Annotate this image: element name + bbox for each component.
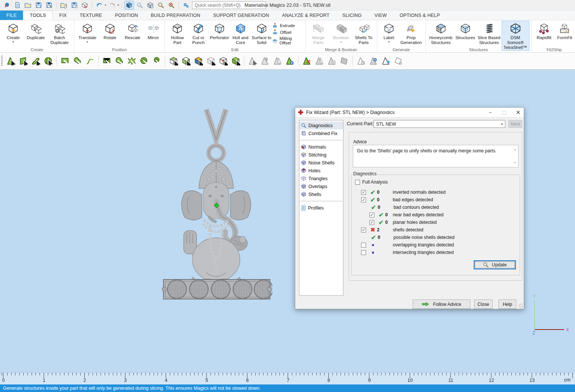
tab-support-generation[interactable]: SUPPORT GENERATION (207, 11, 276, 20)
settings-gears-button[interactable] (181, 1, 191, 9)
update-button[interactable]: Update (474, 260, 516, 269)
sidebar-item-stitching[interactable]: Stitching (299, 151, 343, 159)
select-pin-cube-tool[interactable] (218, 55, 229, 67)
perforator-button[interactable]: Perforator (209, 21, 230, 40)
dialog-maximize-button[interactable]: ▢ (499, 108, 510, 117)
boolean-button[interactable]: Boolean▾ (330, 21, 352, 44)
small-disc-selection-tool[interactable] (151, 55, 162, 67)
extrude-button[interactable]: Extrude (272, 23, 302, 28)
triangle-flag-gray-tool[interactable] (259, 55, 271, 67)
zoom-part-button[interactable] (135, 1, 144, 9)
tab-analyze-report[interactable]: ANALYZE & REPORT (276, 11, 336, 20)
triangle-mirror-gray-tool[interactable] (314, 55, 325, 67)
resize-grip[interactable] (519, 304, 523, 308)
formfit-button[interactable]: FormFit (555, 21, 575, 40)
freeform-selection-tool[interactable] (72, 55, 83, 67)
checkbox[interactable]: ✓ (369, 220, 374, 225)
open-project-button[interactable] (59, 1, 68, 9)
undo-button[interactable] (95, 1, 104, 9)
open-file-button[interactable] (23, 1, 32, 9)
rectangle-selection-tool[interactable] (59, 55, 71, 67)
close-button[interactable]: Close (474, 299, 493, 309)
sidebar-item-overlaps[interactable]: Overlaps (299, 182, 343, 190)
triangle-note-gray-tool[interactable] (326, 55, 337, 67)
checkbox[interactable] (361, 250, 366, 255)
redo-dropdown-caret[interactable]: ▾ (117, 3, 119, 7)
brush-selection-tool[interactable] (114, 55, 125, 67)
select-visible-cube-tool[interactable] (180, 55, 192, 67)
translate-button[interactable]: Translate▾ (76, 21, 98, 44)
sidebar-item-normals[interactable]: Normals (299, 143, 343, 151)
tab-texture[interactable]: TEXTURE (73, 11, 108, 20)
triangle-rotate-tool[interactable] (284, 55, 296, 67)
cut-or-punch-button[interactable]: Cut or Punch (188, 21, 209, 45)
shells-to-parts-button[interactable]: Shells To Parts (353, 21, 375, 45)
scroll-down-icon[interactable]: ▼ (513, 161, 517, 165)
select-solid-green-cube-tool[interactable] (230, 55, 241, 67)
undo-dropdown-caret[interactable]: ▾ (105, 3, 106, 7)
structures-button[interactable]: Structures (455, 21, 476, 40)
rotate-button[interactable]: Rotate (99, 21, 121, 40)
checkbox[interactable] (361, 243, 366, 248)
current-part-dropdown[interactable]: STL NEW ▾ (374, 120, 505, 128)
prop-generation-button[interactable]: Prop Generation (399, 21, 423, 45)
quick-search-input[interactable] (192, 2, 266, 9)
full-analysis-checkbox[interactable]: Full Analysis (355, 179, 388, 185)
follow-advice-button[interactable]: Follow Advice (413, 299, 470, 309)
select-colored-cube-tool[interactable] (193, 55, 204, 67)
sidebar-item-combined-fix[interactable]: Combined Fix (299, 129, 343, 137)
honeycomb-structures-button[interactable]: Honeycomb Structures (428, 21, 454, 45)
dsm-somos-tetrashell-button[interactable]: DSM Somos® TetraShell™ (502, 21, 529, 50)
plane-outline-gray-tool[interactable] (393, 55, 404, 67)
mirror-button[interactable]: Mirror (144, 21, 162, 40)
tab-view[interactable]: VIEW (368, 11, 394, 20)
rescale-button[interactable]: Rescale (122, 21, 143, 40)
dialog-title-bar[interactable]: Fix Wizard (Part: STL NEW) > Diagnostics… (295, 108, 524, 117)
tab-build-preparation[interactable]: BUILD PREPARATION (145, 11, 207, 20)
curve-selection-tool[interactable] (84, 55, 96, 67)
triangle-pair-gray-tool[interactable] (272, 55, 283, 67)
checkbox[interactable] (355, 180, 360, 185)
label-button[interactable]: A Label▾ (380, 21, 398, 44)
redo-button[interactable] (108, 1, 117, 9)
offset-button[interactable]: Offset (272, 29, 302, 35)
checkbox[interactable]: ✓ (361, 228, 366, 232)
surface-to-solid-button[interactable]: Surface to Solid (252, 21, 272, 45)
sidebar-item-shells[interactable]: Shells (299, 190, 343, 198)
fit-view-button[interactable] (146, 1, 155, 9)
zoom-out-button[interactable] (167, 1, 176, 9)
sidebar-item-triangles[interactable]: Triangles (299, 175, 343, 182)
checkbox[interactable]: ✓ (369, 213, 374, 217)
mark-surface-tool[interactable] (30, 55, 41, 67)
disc-selection-tool[interactable] (139, 55, 150, 67)
save-button[interactable] (34, 1, 43, 9)
merge-parts-button[interactable]: Merge Parts (308, 21, 329, 45)
mark-triangle-tool[interactable] (5, 55, 17, 67)
sidebar-item-holes[interactable]: Holes (299, 167, 343, 175)
sidebar-item-noise-shells[interactable]: Noise Shells (299, 159, 343, 167)
duplicate-button[interactable]: Duplicate (25, 21, 47, 40)
select-ghost-cube-tool[interactable] (205, 55, 217, 67)
create-button[interactable]: Create▾ (2, 21, 24, 44)
remove-part-button[interactable] (80, 1, 89, 9)
next-button[interactable]: Next (508, 120, 522, 128)
checkbox[interactable]: ✓ (361, 190, 366, 195)
window-triangles-selection-tool[interactable] (101, 55, 113, 67)
help-button[interactable]: Help (499, 299, 516, 309)
toolbar-grip[interactable] (1, 56, 3, 66)
triangle-compass-outline-tool[interactable] (355, 55, 367, 67)
mark-shell-tool[interactable] (43, 55, 54, 67)
select-through-cube-tool[interactable] (168, 55, 179, 67)
star-selection-tool[interactable] (126, 55, 137, 67)
save-project-button[interactable] (70, 1, 79, 9)
tab-options-help[interactable]: OPTIONS & HELP (393, 11, 446, 20)
tab-position[interactable]: POSITION (108, 11, 144, 20)
dialog-close-button[interactable]: ✕ (512, 108, 524, 117)
rapidfit-button[interactable]: Rapidfit (534, 21, 554, 40)
triangle-cursor-gray-tool[interactable] (247, 55, 258, 67)
zoom-in-button[interactable] (156, 1, 165, 9)
sidebar-item-profiles[interactable]: Profiles (299, 204, 343, 212)
sidebar-item-diagnostics[interactable]: Diagnostics (299, 122, 343, 129)
view-cube-button[interactable] (125, 1, 134, 9)
save-as-button[interactable] (44, 1, 53, 9)
